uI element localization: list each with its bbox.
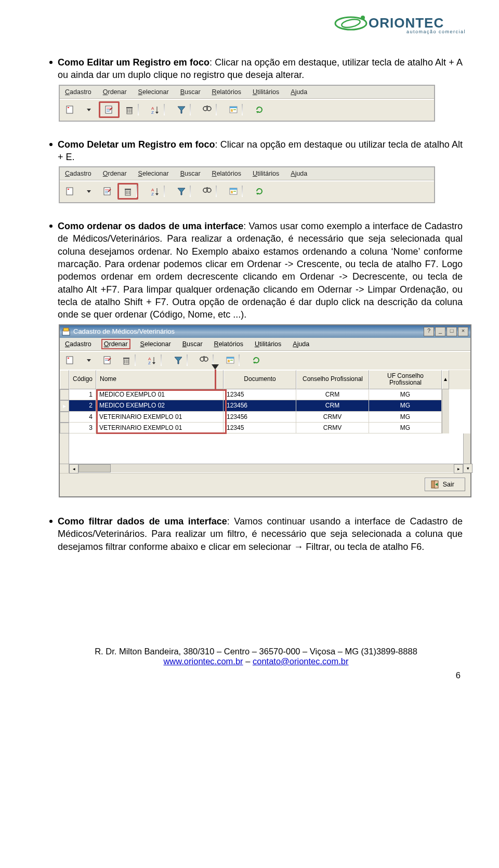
menu-utilitarios[interactable]: Utilitários (255, 340, 281, 348)
col-conselho[interactable]: Conselho Profissional (296, 370, 369, 390)
window-cadastro: Cadastro de Médicos/Veterinários ? _ □ ×… (59, 324, 471, 498)
filter-icon[interactable] (173, 185, 190, 198)
sec4-title: Como filtrar dados de uma interface (58, 516, 227, 527)
menu-relatorios[interactable]: Relatórios (212, 88, 241, 96)
menu-buscar[interactable]: Buscar (182, 340, 203, 348)
table-row[interactable]: 3VETERINARIO EXEMPLO 0112345CRMVMG (60, 423, 470, 433)
svg-rect-74 (230, 360, 233, 361)
dropdown-icon[interactable] (80, 103, 98, 116)
svg-marker-5 (87, 109, 91, 111)
edit-icon[interactable] (99, 353, 116, 367)
close-button[interactable]: × (458, 327, 468, 336)
menu-utilitarios[interactable]: Utilitários (253, 170, 279, 177)
table-row[interactable]: ▸2MEDICO EXEMPLO 02123456CRMMG (60, 400, 470, 412)
menu-ordenar[interactable]: Ordenar (103, 340, 129, 348)
svg-rect-48 (231, 191, 233, 193)
bullet-deletar: Como Deletar um Registro em foco: Clicar… (49, 138, 463, 164)
sair-button[interactable]: Sair (425, 478, 465, 491)
edit-icon[interactable] (99, 101, 120, 118)
refresh-icon[interactable] (251, 185, 268, 198)
toolbar-deletar: Cadastro Ordenar Selecionar Buscar Relat… (59, 166, 435, 203)
scroll-right-icon[interactable]: ▸ (454, 464, 463, 474)
svg-point-1 (341, 18, 361, 29)
page-footer: R. Dr. Milton Bandeira, 380/310 – Centro… (49, 647, 463, 666)
menu-relatorios[interactable]: Relatórios (214, 340, 243, 348)
new-icon[interactable] (61, 103, 79, 116)
edit-icon[interactable] (99, 185, 116, 198)
svg-rect-4 (68, 107, 69, 108)
menu-selecionar[interactable]: Selecionar (138, 170, 169, 177)
menu-selecionar[interactable]: Selecionar (138, 88, 169, 96)
report-icon[interactable] (221, 353, 239, 367)
sort-icon[interactable]: AZ (147, 185, 164, 198)
report-icon[interactable] (225, 185, 242, 198)
refresh-icon[interactable] (247, 353, 265, 367)
svg-marker-18 (155, 112, 159, 114)
data-grid: 1MEDICO EXEMPLO 0112345CRMMG▸2MEDICO EXE… (60, 389, 470, 473)
sec3-text: : Vamos usar como exemplo a interface de… (58, 221, 463, 320)
svg-text:Z: Z (148, 361, 151, 365)
scroll-left-icon[interactable]: ◂ (69, 464, 78, 474)
cell-nome: VETERINARIO EXEMPLO 01 (96, 412, 224, 423)
exit-icon (430, 480, 440, 489)
footer-mail-link[interactable]: contato@oriontec.com.br (253, 656, 349, 666)
filter-icon[interactable] (169, 353, 187, 367)
filter-icon[interactable] (173, 103, 190, 116)
svg-rect-28 (68, 189, 69, 190)
dropdown-icon[interactable] (80, 185, 98, 198)
scroll-down-icon[interactable]: ▾ (463, 464, 472, 473)
menu-utilitarios[interactable]: Utilitários (253, 88, 279, 96)
bullet-filtrar: Como filtrar dados de uma interface: Vam… (49, 515, 463, 553)
report-icon[interactable] (225, 103, 242, 116)
menu-ajuda[interactable]: Ajuda (293, 340, 309, 348)
menu-ajuda[interactable]: Ajuda (291, 170, 307, 177)
menu-cadastro[interactable]: Cadastro (65, 170, 91, 177)
menu-ordenar[interactable]: Ordenar (103, 88, 127, 96)
cell-conselho: CRMV (296, 412, 369, 423)
logo-text: ORIONTEC (369, 15, 444, 31)
footer-site-link[interactable]: www.oriontec.com.br (163, 656, 243, 666)
cell-uf: MG (369, 423, 442, 433)
sort-icon[interactable]: AZ (143, 353, 161, 367)
new-icon[interactable] (61, 185, 79, 198)
dropdown-icon[interactable] (80, 353, 98, 367)
window-titlebar: Cadastro de Médicos/Veterinários ? _ □ × (60, 325, 470, 338)
svg-rect-53 (67, 357, 73, 364)
search-icon[interactable] (195, 353, 213, 367)
sec3-title: Como ordenar os dados de uma interface (58, 221, 243, 231)
delete-icon[interactable] (121, 103, 138, 116)
menu-ajuda[interactable]: Ajuda (291, 88, 307, 96)
menu-cadastro[interactable]: Cadastro (65, 88, 91, 96)
menu-buscar[interactable]: Buscar (180, 170, 201, 177)
cell-nome: VETERINARIO EXEMPLO 01 (96, 423, 224, 433)
new-icon[interactable] (61, 353, 79, 367)
help-button[interactable]: ? (424, 327, 434, 336)
minimize-button[interactable]: _ (435, 327, 445, 336)
menu-buscar[interactable]: Buscar (180, 88, 201, 96)
table-row[interactable]: 1MEDICO EXEMPLO 0112345CRMMG (60, 389, 470, 400)
search-icon[interactable] (199, 185, 216, 198)
scroll-up-icon[interactable]: ▴ (442, 370, 449, 390)
cell-conselho: CRM (296, 400, 369, 412)
delete-icon[interactable] (117, 183, 138, 200)
menu-ordenar[interactable]: Ordenar (103, 170, 127, 177)
col-documento[interactable]: Documento (224, 370, 296, 390)
col-uf[interactable]: UF Conselho Profissional (369, 370, 442, 390)
refresh-icon[interactable] (251, 103, 268, 116)
col-nome[interactable]: Nome (96, 370, 224, 390)
search-icon[interactable] (199, 103, 216, 116)
menu-relatorios[interactable]: Relatórios (212, 170, 241, 177)
table-row[interactable]: 4VETERINARIO EXEMPLO 01123456CRMVMG (60, 412, 470, 423)
menu-cadastro[interactable]: Cadastro (65, 340, 91, 348)
grid-header: Código Nome Documento Conselho Profissio… (60, 370, 470, 390)
svg-rect-38 (125, 189, 131, 190)
maximize-button[interactable]: □ (447, 327, 457, 336)
col-codigo[interactable]: Código (69, 370, 96, 390)
window-title: Cadastro de Médicos/Veterinários (73, 327, 175, 335)
svg-marker-68 (175, 357, 182, 364)
delete-icon[interactable] (117, 353, 135, 367)
svg-rect-23 (230, 107, 237, 108)
menu-selecionar[interactable]: Selecionar (140, 340, 171, 348)
sort-icon[interactable]: AZ (147, 103, 164, 116)
logo-sub: automação comercial (406, 29, 466, 34)
